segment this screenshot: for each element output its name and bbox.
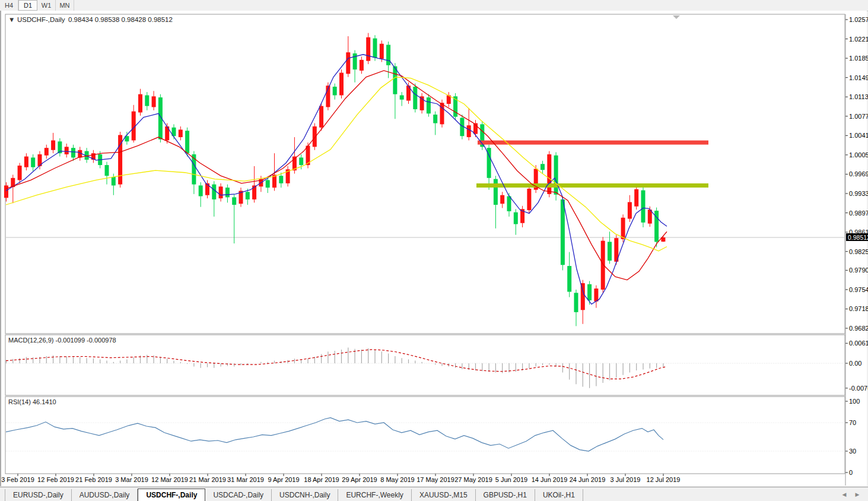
candle-body (380, 44, 384, 59)
tab-xauusd-m15[interactable]: XAUUSD-,M15 (412, 489, 476, 501)
tab-audusd-daily[interactable]: AUDUSD-,Daily (72, 489, 138, 501)
candle-body (427, 97, 431, 113)
date-axis-label: 17 May 2019 (416, 476, 454, 483)
timeframe-button-mn[interactable]: MN (56, 0, 74, 11)
candle-body (31, 157, 35, 167)
candle-body (507, 196, 511, 211)
candle-body (587, 284, 592, 300)
candle-body (105, 165, 109, 176)
chart-tabbar: EURUSD-,Daily AUDUSD-,Daily USDCHF-,Dail… (0, 487, 868, 501)
price-axis-label: 0.97900 (849, 267, 868, 274)
price-axis-label: 1.01130 (849, 93, 868, 100)
candle-body (641, 191, 646, 223)
candle-body (112, 177, 116, 185)
macd-axis-label: -0.007612 (849, 385, 868, 392)
date-axis-label: 18 Apr 2019 (304, 476, 339, 483)
candle-body (138, 94, 142, 113)
support-line[interactable] (476, 183, 708, 188)
candle-body (299, 157, 303, 165)
candle-body (232, 197, 236, 205)
candle-body (225, 188, 230, 197)
timeframe-toolbar: H4 D1 W1 MN (0, 0, 868, 11)
chart-panel (5, 335, 845, 395)
macd-axis-label: 0.00 (849, 360, 861, 367)
price-axis-label: 0.98250 (849, 248, 868, 255)
date-axis-label: 31 Mar 2019 (227, 476, 264, 483)
date-axis-label: 21 Feb 2019 (75, 476, 112, 483)
candle-body (51, 140, 55, 150)
tab-eurusd-daily[interactable]: EURUSD-,Daily (5, 489, 72, 501)
candle-body (360, 60, 364, 71)
date-axis-label: 12 Mar 2019 (151, 476, 188, 483)
date-axis-label: 3 Jul 2019 (611, 476, 641, 483)
candle-body (333, 87, 337, 95)
candle-body (373, 39, 377, 58)
candle-body (547, 154, 551, 194)
timeframe-button-w1[interactable]: W1 (37, 0, 56, 11)
candle-body (339, 73, 344, 96)
tab-scroll-right-icon[interactable]: ▶ (853, 490, 862, 499)
rsi-axis-label: 0 (849, 469, 853, 476)
candle-body (628, 202, 632, 218)
tab-scroll-left-icon[interactable]: ◀ (840, 490, 849, 499)
rsi-axis-label: 70 (849, 419, 856, 426)
tab-ukoil-h1[interactable]: UKOil-,H1 (535, 489, 583, 501)
candle-body (527, 189, 531, 210)
candle-body (246, 192, 250, 199)
resistance-line[interactable] (478, 141, 708, 145)
price-axis-label: 1.02210 (849, 36, 868, 43)
date-axis-label: 21 Mar 2019 (189, 476, 226, 483)
candle-body (219, 186, 223, 198)
tab-usdcad-daily[interactable]: USDCAD-,Daily (205, 489, 272, 501)
candle-body (152, 96, 156, 107)
price-axis-label: 1.01490 (849, 74, 868, 81)
candle-body (608, 242, 612, 261)
price-axis-label: 0.97180 (849, 305, 868, 312)
date-axis-label: 3 Mar 2019 (115, 476, 148, 483)
rsi-axis-label: 100 (849, 398, 860, 405)
symbol-label-group: ▼USDCHF-,Daily0.98434 0.98538 0.98428 0.… (8, 16, 173, 23)
price-axis-label: 1.01850 (849, 55, 868, 62)
candle-body (212, 185, 216, 199)
candle-body (500, 195, 504, 204)
candle-body (44, 148, 49, 156)
date-axis-label: 29 Apr 2019 (342, 476, 377, 483)
candle-body (18, 166, 22, 180)
date-axis-label: 5 Jun 2019 (495, 476, 527, 483)
ohlc-values: 0.98434 0.98538 0.98428 0.98512 (68, 16, 173, 23)
tab-usdcnh-daily[interactable]: USDCNH-,Daily (272, 489, 338, 501)
candle-body (594, 288, 598, 302)
price-chart-canvas[interactable]: ▼USDCHF-,Daily0.98434 0.98538 0.98428 0.… (1, 11, 868, 487)
price-axis-label: 0.98970 (849, 210, 868, 217)
price-axis-label: 1.00410 (849, 132, 868, 139)
date-axis-label: 12 Feb 2019 (37, 476, 74, 483)
candle-body (561, 199, 565, 265)
tab-usdchf-daily[interactable]: USDCHF-,Daily (138, 489, 205, 501)
candle-body (24, 157, 28, 167)
price-axis: 1.025701.022101.018501.014901.011301.007… (845, 16, 868, 332)
date-axis-label: 24 Jun 2019 (570, 476, 606, 483)
candle-body (514, 213, 518, 224)
candle-body (574, 293, 578, 312)
date-axis-label: 14 Jun 2019 (532, 476, 568, 483)
date-axis: 3 Feb 201912 Feb 201921 Feb 20193 Mar 20… (1, 474, 680, 483)
tab-gbpusd-h1[interactable]: GBPUSD-,H1 (476, 489, 535, 501)
price-axis-label: 1.02570 (849, 16, 868, 23)
timeframe-button-d1[interactable]: D1 (18, 0, 37, 11)
candle-body (581, 283, 585, 310)
tab-eurchf-weekly[interactable]: EURCHF-,Weekly (338, 489, 411, 501)
macd-axis-label: 0.00613 (849, 340, 868, 347)
candle-body (467, 125, 471, 137)
candle-body (540, 164, 545, 170)
candle-body (199, 185, 203, 196)
rsi-axis-label: 30 (849, 448, 856, 455)
candle-body (4, 185, 8, 198)
date-axis-label: 27 May 2019 (454, 476, 492, 483)
chart-window: ▼USDCHF-,Daily0.98434 0.98538 0.98428 0.… (0, 11, 867, 486)
timeframe-button-h4[interactable]: H4 (0, 0, 18, 11)
price-axis-label: 1.00050 (849, 151, 868, 158)
candle-body (71, 148, 75, 157)
candle-body (179, 129, 183, 137)
symbol-dropdown-icon[interactable]: ▼ (8, 16, 15, 23)
candle-body (279, 176, 283, 183)
